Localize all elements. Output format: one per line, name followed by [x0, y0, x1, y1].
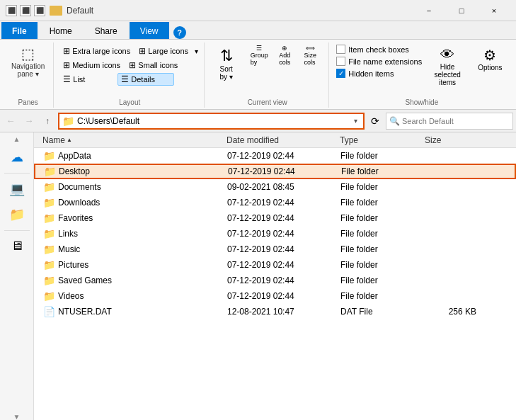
- file-date-cell: 07-12-2019 02:44: [224, 198, 338, 208]
- hidden-items-label: Hidden items: [348, 69, 394, 78]
- file-size-cell: 256 KB: [423, 307, 479, 317]
- options-button[interactable]: ⚙ Options: [471, 44, 508, 74]
- view-icon-row: ☰ Groupby ⊕ Addcols ⟺ Sizecols: [245, 44, 324, 67]
- sidebar-network-icon[interactable]: 🖥: [7, 235, 27, 257]
- file-date-cell: 12-08-2021 10:47: [224, 307, 338, 317]
- sort-by-button[interactable]: ⇅ Sortby ▾: [210, 44, 242, 84]
- sidebar-folder-icon[interactable]: 📁: [6, 203, 28, 226]
- file-type-icon: 📁: [43, 197, 55, 208]
- group-by-icon: ☰: [256, 45, 262, 52]
- search-input[interactable]: [402, 117, 510, 125]
- add-columns-icon: ⊕: [282, 45, 287, 52]
- check-boxes-label: Item check boxes: [348, 45, 409, 54]
- options-icon: ⚙: [483, 47, 496, 64]
- table-row[interactable]: 📁 Links 07-12-2019 02:44 File folder: [34, 226, 516, 242]
- table-row[interactable]: 📁 Favorites 07-12-2019 02:44 File folder: [34, 210, 516, 226]
- address-input-wrap[interactable]: 📁 ▾: [58, 113, 365, 130]
- file-name: Pictures: [58, 260, 88, 270]
- file-type-icon: 📁: [43, 259, 55, 271]
- close-button[interactable]: ×: [478, 0, 510, 21]
- table-row[interactable]: 📁 Saved Games 07-12-2019 02:44 File fold…: [34, 273, 516, 288]
- hide-selected-icon: 👁: [440, 47, 454, 63]
- minimize-button[interactable]: −: [413, 0, 445, 21]
- quick-access-icon-2[interactable]: ⬛: [20, 5, 31, 16]
- check-box-hidden[interactable]: ✓: [336, 69, 345, 78]
- header-type[interactable]: Type: [337, 132, 422, 147]
- checkbox-item-hidden[interactable]: ✓ Hidden items: [335, 68, 423, 79]
- file-type-icon: 📁: [43, 150, 55, 161]
- table-row[interactable]: 📁 Videos 07-12-2019 02:44 File folder: [34, 288, 516, 304]
- layout-medium[interactable]: ⊞ Medium icons: [59, 59, 124, 72]
- title-bar: ⬛ ⬛ ⬛ Default − □ ×: [0, 0, 516, 21]
- header-size[interactable]: Size: [422, 132, 478, 147]
- checkbox-item-check-boxes[interactable]: Item check boxes: [335, 44, 423, 55]
- tab-home[interactable]: Home: [39, 22, 83, 39]
- tab-file[interactable]: File: [1, 22, 38, 39]
- address-dropdown-arrow[interactable]: ▾: [351, 115, 360, 126]
- layout-extra-large[interactable]: ⊞ Extra large icons: [59, 45, 134, 57]
- file-name: Documents: [58, 182, 101, 192]
- navigation-pane-label: Navigationpane ▾: [11, 62, 45, 78]
- size-columns-icon: ⟺: [306, 45, 315, 52]
- table-row[interactable]: 📁 Desktop 07-12-2019 02:44 File folder: [34, 164, 516, 179]
- table-row[interactable]: 📁 Downloads 07-12-2019 02:44 File folder: [34, 195, 516, 210]
- header-date[interactable]: Date modified: [224, 132, 337, 147]
- quick-access-icon-1[interactable]: ⬛: [6, 5, 17, 16]
- tab-share[interactable]: Share: [84, 22, 128, 39]
- panes-content: ⬚ Navigationpane ▾: [7, 44, 49, 106]
- sidebar-scroll-down[interactable]: ▼: [13, 413, 21, 420]
- file-type-cell: File folder: [338, 276, 423, 285]
- layout-icon-2: ⊞: [139, 46, 146, 56]
- table-row[interactable]: 📄 NTUSER.DAT 12-08-2021 10:47 DAT File 2…: [34, 304, 516, 319]
- forward-button[interactable]: →: [21, 113, 37, 129]
- current-view-section-label: Current view: [248, 98, 287, 106]
- search-wrap[interactable]: 🔍: [386, 113, 513, 130]
- up-button[interactable]: ↑: [40, 113, 55, 129]
- layout-large[interactable]: ⊞ Large icons: [135, 45, 192, 57]
- header-name[interactable]: Name ▲: [40, 132, 224, 147]
- table-row[interactable]: 📁 Pictures 07-12-2019 02:44 File folder: [34, 257, 516, 273]
- group-by-button[interactable]: ☰ Groupby: [248, 45, 270, 65]
- sidebar-onedrive-icon[interactable]: ☁: [7, 146, 27, 169]
- checkbox-item-file-ext[interactable]: File name extensions: [335, 56, 423, 67]
- size-columns-label: Sizecols: [304, 52, 316, 66]
- maximize-button[interactable]: □: [445, 0, 478, 21]
- tab-view[interactable]: View: [130, 22, 169, 39]
- help-icon[interactable]: ?: [173, 26, 186, 39]
- quick-access-icon-3[interactable]: ⬛: [34, 5, 45, 16]
- file-date-cell: 07-12-2019 02:44: [224, 213, 338, 223]
- layout-details[interactable]: ☰ Details: [117, 73, 174, 86]
- size-columns-button[interactable]: ⟺ Sizecols: [299, 45, 321, 65]
- address-input[interactable]: [77, 116, 351, 126]
- sidebar-scroll-up[interactable]: ▲: [13, 135, 21, 143]
- header-size-label: Size: [425, 135, 441, 145]
- table-row[interactable]: 📁 AppData 07-12-2019 02:44 File folder: [34, 148, 516, 164]
- hide-selected-items-button[interactable]: 👁 Hide selecteditems: [426, 44, 469, 89]
- file-date-cell: 07-12-2019 02:44: [224, 244, 338, 254]
- layout-list[interactable]: ☰ List: [59, 73, 116, 86]
- check-box-file-ext[interactable]: [336, 57, 345, 66]
- table-row[interactable]: 📁 Documents 09-02-2021 08:45 File folder: [34, 179, 516, 195]
- navigation-pane-button[interactable]: ⬚ Navigationpane ▾: [7, 44, 49, 81]
- check-box-item-check-boxes[interactable]: [336, 45, 345, 54]
- file-date-cell: 09-02-2021 08:45: [224, 182, 338, 192]
- layout-dropdown-arrow[interactable]: ▾: [193, 46, 200, 57]
- layout-icon-6: ☰: [121, 74, 129, 84]
- main-area: ▲ ☁ 💻 📁 🖥 ▼ Name ▲ Date modified Type Si…: [0, 132, 516, 420]
- file-name: Downloads: [58, 198, 100, 208]
- file-date-cell: 07-12-2019 02:44: [224, 291, 338, 301]
- file-type-cell: File folder: [338, 182, 423, 192]
- back-button[interactable]: ←: [3, 113, 18, 129]
- file-name-cell: 📁 Favorites: [40, 212, 224, 224]
- sidebar-pc-icon[interactable]: 💻: [6, 178, 28, 200]
- add-columns-button[interactable]: ⊕ Addcols: [273, 45, 296, 65]
- layout-small[interactable]: ⊞ Small icons: [125, 59, 182, 72]
- show-hide-section-label: Show/hide: [406, 98, 439, 106]
- navigation-pane-icon: ⬚: [21, 47, 35, 61]
- table-row[interactable]: 📁 Music 07-12-2019 02:44 File folder: [34, 242, 516, 257]
- sidebar-separator-1: [4, 173, 30, 174]
- file-type-icon: 📁: [43, 228, 55, 239]
- refresh-button[interactable]: ⟳: [367, 113, 383, 129]
- file-date-cell: 07-12-2019 02:44: [224, 276, 338, 285]
- file-type-cell: File folder: [338, 229, 423, 239]
